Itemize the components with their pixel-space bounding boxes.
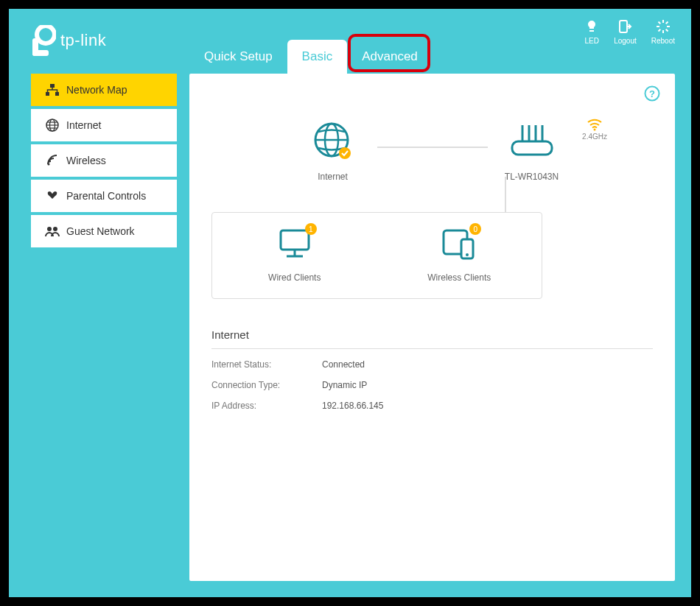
logout-icon	[617, 19, 632, 34]
brand-name: tp-link	[60, 31, 106, 50]
detail-label: Internet Status:	[211, 359, 322, 370]
detail-row: Internet Status: Connected	[211, 359, 653, 370]
wireless-clients[interactable]: 0 Wireless Clients	[377, 213, 542, 298]
detail-row: IP Address: 192.168.66.145	[211, 401, 653, 411]
reboot-icon	[656, 19, 671, 34]
topology-connector	[377, 147, 488, 148]
wifi-icon	[587, 118, 603, 131]
content-panel: ? Internet	[189, 74, 675, 581]
topology-router-label: TL-WR1043N	[488, 172, 576, 182]
details-section: Internet Internet Status: Connected Conn…	[211, 328, 653, 411]
svg-point-40	[466, 253, 469, 256]
svg-rect-14	[55, 92, 59, 96]
svg-line-9	[666, 29, 668, 32]
logout-button[interactable]: Logout	[614, 19, 637, 45]
svg-line-10	[658, 29, 660, 32]
sidebar-item-internet[interactable]: Internet	[31, 109, 177, 141]
svg-line-11	[666, 22, 668, 24]
topology-router[interactable]: TL-WR1043N	[488, 121, 576, 182]
globe-icon	[43, 119, 62, 132]
wired-clients[interactable]: 1 Wired Clients	[212, 213, 377, 298]
svg-rect-12	[50, 84, 55, 88]
internet-globe-icon	[312, 121, 354, 162]
sidebar-item-label: Wireless	[66, 155, 106, 166]
svg-rect-33	[512, 141, 552, 155]
tab-quick-setup[interactable]: Quick Setup	[189, 40, 287, 74]
wired-count-badge: 1	[305, 223, 317, 235]
sidebar-item-label: Guest Network	[66, 225, 135, 237]
svg-point-28	[339, 147, 351, 159]
reboot-button[interactable]: Reboot	[651, 19, 675, 45]
detail-value: Connected	[322, 359, 365, 370]
sidebar-item-guest-network[interactable]: Guest Network	[31, 215, 177, 247]
sidebar-item-label: Internet	[66, 119, 101, 131]
tab-basic[interactable]: Basic	[287, 40, 348, 74]
topology-internet-label: Internet	[289, 172, 377, 182]
detail-value: Dynamic IP	[322, 380, 367, 390]
detail-label: IP Address:	[211, 401, 322, 411]
sidebar-item-wireless[interactable]: Wireless	[31, 144, 177, 177]
svg-text:?: ?	[649, 88, 655, 99]
guest-icon	[43, 225, 62, 237]
svg-point-21	[47, 227, 52, 231]
top-tabs: Quick Setup Basic Advanced	[189, 40, 433, 74]
help-icon: ?	[644, 85, 660, 102]
svg-point-22	[53, 227, 57, 231]
parental-icon	[43, 190, 62, 202]
svg-rect-35	[281, 230, 309, 250]
topology-internet[interactable]: Internet	[289, 121, 377, 182]
svg-rect-2	[32, 50, 49, 56]
svg-rect-13	[46, 92, 49, 96]
header-actions: LED Logout Reboot	[584, 19, 675, 45]
help-button[interactable]: ?	[644, 85, 660, 105]
topology-vertical-connector	[505, 177, 506, 212]
brand-logo: tp-link	[31, 25, 106, 56]
network-map-icon	[43, 84, 62, 96]
detail-value: 192.168.66.145	[322, 401, 383, 411]
router-admin-frame: tp-link Quick Setup Basic Advanced LED L…	[9, 9, 691, 597]
led-icon	[584, 19, 599, 34]
wireless-clients-label: Wireless Clients	[377, 272, 542, 283]
svg-point-0	[37, 26, 55, 43]
tplink-logo-icon	[31, 25, 56, 56]
detail-row: Connection Type: Dynamic IP	[211, 380, 653, 390]
svg-point-20	[48, 163, 50, 166]
wireless-count-badge: 0	[469, 223, 481, 235]
wifi-band-indicator[interactable]: 2.4GHz	[582, 118, 607, 141]
sidebar-item-network-map[interactable]: Network Map	[31, 74, 177, 106]
led-button[interactable]: LED	[584, 19, 599, 45]
detail-label: Connection Type:	[211, 380, 322, 390]
tab-advanced[interactable]: Advanced	[347, 40, 433, 74]
wired-clients-label: Wired Clients	[212, 272, 377, 283]
svg-point-34	[594, 129, 596, 131]
sidebar: Network Map Internet Wireless Parental C…	[31, 74, 177, 250]
wireless-icon	[43, 154, 62, 167]
svg-rect-3	[620, 21, 627, 32]
router-icon	[506, 121, 558, 162]
sidebar-item-label: Network Map	[66, 84, 127, 96]
details-heading: Internet	[211, 328, 653, 349]
sidebar-item-parental-controls[interactable]: Parental Controls	[31, 180, 177, 212]
svg-line-8	[658, 22, 660, 24]
sidebar-item-label: Parental Controls	[66, 190, 146, 202]
clients-box: 1 Wired Clients 0 Wireless Clients	[211, 212, 542, 299]
